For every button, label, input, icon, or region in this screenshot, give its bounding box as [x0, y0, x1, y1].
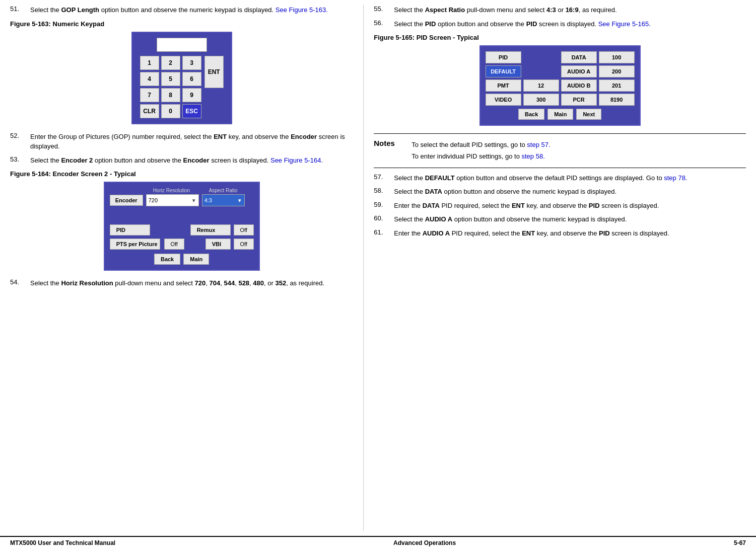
pid-audio-b-button[interactable]: AUDIO B: [561, 80, 597, 92]
pid-pcr-value: 8190: [599, 94, 635, 106]
pid-data-value: 100: [599, 51, 635, 63]
step-57-bold: DEFAULT: [425, 174, 455, 182]
step-55: 55. Select the Aspect Ratio pull-down me…: [374, 5, 746, 15]
pid-video-button[interactable]: VIDEO: [486, 94, 521, 106]
step-51-bold: GOP Length: [61, 6, 99, 14]
step-52-bold1: ENT: [214, 133, 227, 140]
key-1[interactable]: 1: [140, 56, 159, 70]
step-59-bold3: PID: [589, 202, 600, 209]
aspect-ratio-dropdown[interactable]: 4:3 ▼: [202, 194, 245, 206]
step-61-bold2: ENT: [522, 229, 535, 237]
key-col-left: 1 2 3 4 5 6 7 8 9: [140, 56, 201, 118]
remux-value: Off: [234, 224, 254, 236]
key-8[interactable]: 8: [161, 88, 180, 102]
step-51-text: Select the GOP Length option button and …: [30, 5, 353, 15]
pid-pid-button[interactable]: PID: [486, 51, 521, 63]
right-column: 55. Select the Aspect Ratio pull-down me…: [363, 5, 746, 531]
vbi-button[interactable]: VBI: [205, 239, 231, 250]
pid-main-button[interactable]: Main: [547, 109, 573, 120]
step-60-num: 60.: [374, 214, 394, 224]
pid-button[interactable]: PID: [110, 224, 150, 236]
step-60: 60. Select the AUDIO A option button and…: [374, 214, 746, 224]
remux-button[interactable]: Remux: [190, 224, 231, 236]
key-clr[interactable]: CLR: [140, 104, 159, 118]
key-9[interactable]: 9: [182, 88, 201, 102]
step-53-link[interactable]: See Figure 5-164.: [270, 156, 323, 164]
footer-center: Advanced Operations: [393, 539, 456, 546]
step-51-link[interactable]: See Figure 5-163.: [276, 6, 328, 14]
notes-content: To select the default PID settings, go t…: [411, 139, 746, 163]
step-55-bold2: 4:3: [546, 6, 556, 14]
key-ent[interactable]: ENT: [204, 56, 224, 88]
pid-back-button[interactable]: Back: [518, 109, 544, 120]
step-61-text: Enter the AUDIO A PID required, select t…: [394, 228, 746, 239]
note-2-link[interactable]: step 58.: [522, 152, 545, 160]
step-53-bold2: Encoder: [183, 156, 210, 164]
encoder-nav-row: Back Main: [110, 254, 254, 265]
keypad-display: [157, 38, 207, 52]
step-59: 59. Enter the DATA PID required, select …: [374, 201, 746, 211]
step-54-bold5: 528: [238, 279, 249, 287]
key-6[interactable]: 6: [182, 72, 201, 86]
pid-audio-a-button[interactable]: AUDIO A: [561, 65, 597, 77]
step-61: 61. Enter the AUDIO A PID required, sele…: [374, 228, 746, 239]
figure-163-title: Figure 5-163: Numeric Keypad: [10, 20, 353, 28]
pid-default-button[interactable]: DEFAULT: [486, 65, 521, 77]
pts-button[interactable]: PTS per Picture: [110, 239, 160, 250]
key-4[interactable]: 4: [140, 72, 159, 86]
step-54: 54. Select the Horiz Resolution pull-dow…: [10, 278, 353, 288]
aspect-value: 4:3: [204, 197, 212, 203]
step-55-bold3: 16:9: [566, 6, 579, 14]
keypad-row-1: 1 2 3: [140, 56, 201, 70]
horiz-value: 720: [149, 197, 158, 203]
note-1: To select the default PID settings, go t…: [411, 139, 746, 150]
note-1-link[interactable]: step 57.: [527, 141, 550, 148]
step-56-link[interactable]: See Figure 5-165.: [598, 20, 651, 28]
keypad-figure: 1 2 3 4 5 6 7 8 9: [131, 32, 232, 124]
step-56-bold: PID: [425, 20, 436, 28]
pid-figure: PID DATA 100 DEFAULT AUDIO A 200 PMT 12 …: [479, 45, 641, 126]
key-7[interactable]: 7: [140, 88, 159, 102]
key-0[interactable]: 0: [161, 104, 180, 118]
pid-next-button[interactable]: Next: [576, 109, 601, 120]
encoder-button[interactable]: Encoder: [110, 195, 143, 206]
step-53-text: Select the Encoder 2 option button and o…: [30, 155, 353, 166]
step-58-num: 58.: [374, 187, 394, 197]
encoder-spacer: [110, 209, 254, 224]
horiz-arrow-icon: ▼: [191, 198, 196, 203]
step-58-text: Select the DATA option button and observ…: [394, 187, 746, 197]
step-52: 52. Enter the Group of Pictures (GOP) nu…: [10, 132, 353, 151]
encoder-main-button[interactable]: Main: [183, 254, 209, 265]
pid-audio-a-value: 200: [599, 65, 635, 77]
left-column: 51. Select the GOP Length option button …: [10, 5, 363, 531]
step-55-bold: Aspect Ratio: [425, 6, 465, 14]
figure-164-title: Figure 5-164: Encoder Screen 2 - Typical: [10, 170, 353, 178]
step-61-num: 61.: [374, 228, 394, 239]
key-esc[interactable]: ESC: [182, 104, 201, 118]
step-54-num: 54.: [10, 278, 30, 288]
note-1-text: To select the default PID settings, go t…: [411, 141, 527, 148]
step-52-text: Enter the Group of Pictures (GOP) number…: [30, 132, 353, 151]
key-3[interactable]: 3: [182, 56, 201, 70]
encoder-back-button[interactable]: Back: [154, 254, 180, 265]
step-59-bold2: ENT: [512, 202, 525, 209]
pid-remux-row: PID Remux Off: [110, 224, 254, 236]
step-56: 56. Select the PID option button and obs…: [374, 19, 746, 29]
step-57-link[interactable]: step 78.: [664, 174, 687, 182]
note-2-text: To enter individual PID settings, go to: [411, 152, 521, 160]
pid-data-button[interactable]: DATA: [561, 51, 597, 63]
step-52-bold2: Encoder: [291, 133, 317, 140]
key-5[interactable]: 5: [161, 72, 180, 86]
pid-pcr-button[interactable]: PCR: [561, 94, 597, 106]
key-2[interactable]: 2: [161, 56, 180, 70]
step-54-bold: Horiz Resolution: [61, 279, 113, 287]
note-2: To enter individual PID settings, go to …: [411, 150, 746, 162]
pts-value: Off: [164, 239, 184, 250]
step-51-num: 51.: [10, 5, 30, 15]
keypad-row-4: CLR 0 ESC: [140, 104, 201, 118]
step-52-num: 52.: [10, 132, 30, 151]
horiz-resolution-dropdown[interactable]: 720 ▼: [146, 194, 199, 206]
footer-left: MTX5000 User and Technical Manual: [10, 539, 115, 546]
step-55-num: 55.: [374, 5, 394, 15]
pid-pmt-button[interactable]: PMT: [486, 80, 521, 92]
